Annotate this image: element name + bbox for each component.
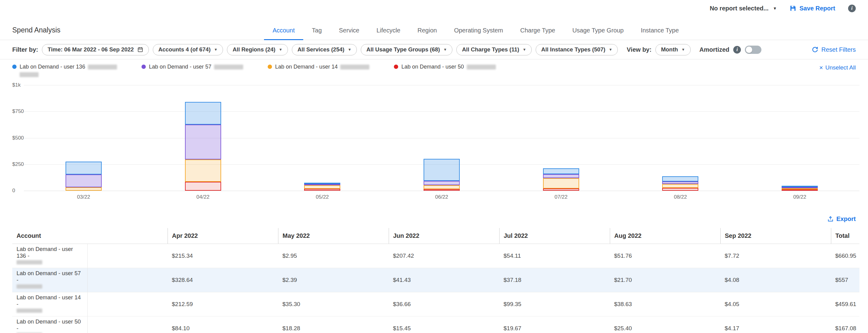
bar-segment-lab-on-demand-user-14[interactable] [424,185,460,189]
filter-pill-all-charge-types-11[interactable]: All Charge Types (11)▼ [456,44,532,56]
bar-segment-lab-on-demand-user-57[interactable] [66,174,102,187]
table-row[interactable]: Lab on Demand - user 50 -$84.10$18.28$15… [12,317,860,333]
amortized-toggle[interactable] [745,45,762,54]
filter-pill-all-regions-24[interactable]: All Regions (24)▼ [227,44,288,56]
y-axis-tick-label: $500 [12,135,24,141]
filter-pill-all-usage-type-groups-68[interactable]: All Usage Type Groups (68)▼ [361,44,453,56]
value-cell: $99.35 [499,292,610,317]
bar-group-04-22 [143,85,263,191]
chevron-down-icon: ▼ [773,6,777,11]
tab-lifecycle[interactable]: Lifecycle [368,22,409,40]
tab-charge-type[interactable]: Charge Type [512,22,564,40]
stacked-bar[interactable] [543,168,579,191]
value-cell: $215.34 [167,244,278,268]
legend-item-lab-on-demand-user-14[interactable]: Lab on Demand - user 14 [268,64,369,77]
stacked-bar[interactable] [662,176,698,191]
topbar: No report selected... ▼ Save Report i [0,0,868,16]
bar-segment-lab-on-demand-user-14[interactable] [66,187,102,191]
reset-filters-button[interactable]: Reset Filters [812,46,856,53]
account-cell: Lab on Demand - user 57 - [12,268,87,292]
bar-segment-lab-on-demand-user-14[interactable] [304,185,340,189]
legend-line: Lab on Demand - user 14 [275,64,369,70]
stacked-bar[interactable] [66,162,102,191]
bar-segment-lab-on-demand-user-50[interactable] [304,189,340,191]
close-icon: ✕ [819,65,823,71]
page-title: Spend Analysis [12,26,60,34]
filter-pill-accounts-4-of-674[interactable]: Accounts 4 (of 674)▼ [153,44,223,56]
filter-pill-time-06-mar-2022-06-sep-2022[interactable]: Time: 06 Mar 2022 - 06 Sep 2022 [42,44,149,56]
value-cell: $18.28 [278,317,389,333]
stacked-bar[interactable] [185,102,221,191]
tab-instance-type[interactable]: Instance Type [632,22,687,40]
bar-segment-lab-on-demand-user-136[interactable] [424,159,460,181]
chart-gridline [24,191,860,191]
tab-usage-type-group[interactable]: Usage Type Group [564,22,632,40]
account-cell: Lab on Demand - user 14 - [12,292,87,317]
col-header-aug-2022: Aug 2022 [610,228,720,244]
view-by-dropdown[interactable]: Month ▼ [655,44,690,56]
legend-line: Lab on Demand - user 136 [20,64,117,70]
bar-segment-lab-on-demand-user-136[interactable] [185,102,221,125]
table-row[interactable]: Lab on Demand - user 136 -$215.34$2.95$2… [12,244,860,268]
x-axis-tick-label: 06/22 [382,194,501,200]
stacked-bar[interactable] [304,183,340,191]
x-axis-tick-label: 08/22 [621,194,740,200]
tab-account[interactable]: Account [264,22,303,40]
legend-item-lab-on-demand-user-136[interactable]: Lab on Demand - user 136 [12,64,117,77]
value-cell: $84.10 [167,317,278,333]
value-cell: $4.17 [720,317,831,333]
bar-segment-lab-on-demand-user-57[interactable] [185,125,221,159]
bar-segment-lab-on-demand-user-57[interactable] [424,181,460,185]
tab-region[interactable]: Region [409,22,445,40]
tab-operating-system[interactable]: Operating System [445,22,512,40]
info-icon[interactable]: i [848,5,856,12]
bar-segment-lab-on-demand-user-57[interactable] [662,181,698,184]
value-cell: $54.11 [499,244,610,268]
value-cell: $36.66 [389,292,499,317]
x-axis-tick-label: 07/22 [501,194,621,200]
bar-segment-lab-on-demand-user-50[interactable] [782,190,818,191]
amortized-info-icon[interactable]: i [733,46,741,54]
redacted-text [20,72,39,77]
account-cell: Lab on Demand - user 50 - [12,317,87,333]
account-name: Lab on Demand - user 50 - [17,318,84,332]
export-button[interactable]: Export [827,215,856,223]
reset-filters-label: Reset Filters [822,46,856,53]
x-axis-tick-label: 03/22 [24,194,143,200]
report-selector-dropdown[interactable]: No report selected... ▼ [710,5,777,12]
bar-segment-lab-on-demand-user-136[interactable] [66,162,102,174]
legend-item-lab-on-demand-user-57[interactable]: Lab on Demand - user 57 [142,64,243,77]
filter-pills: Time: 06 Mar 2022 - 06 Sep 2022Accounts … [42,44,618,56]
tab-tag[interactable]: Tag [303,22,330,40]
unselect-all-button[interactable]: ✕ Unselect All [819,64,856,71]
stacked-bar[interactable] [424,159,460,191]
export-label: Export [836,215,856,223]
col-header-jun-2022: Jun 2022 [389,228,499,244]
account-name: Lab on Demand - user 57 - [17,270,84,284]
bar-segment-lab-on-demand-user-50[interactable] [424,189,460,191]
filter-pill-all-instance-types-507[interactable]: All Instance Types (507)▼ [536,44,618,56]
bar-segment-lab-on-demand-user-136[interactable] [662,176,698,182]
table-row[interactable]: Lab on Demand - user 57 -$328.64$2.39$41… [12,268,860,292]
bar-segment-lab-on-demand-user-50[interactable] [662,188,698,191]
table-row[interactable]: Lab on Demand - user 14 -$212.59$35.30$3… [12,292,860,317]
x-axis-tick-label: 05/22 [262,194,382,200]
filter-pill-all-services-254[interactable]: All Services (254)▼ [292,44,357,56]
save-report-button[interactable]: Save Report [789,5,835,12]
chart-legend: Lab on Demand - user 136Lab on Demand - … [0,59,868,78]
spacer-cell [87,244,167,268]
bar-segment-lab-on-demand-user-57[interactable] [543,174,579,178]
legend-item-lab-on-demand-user-50[interactable]: Lab on Demand - user 50 [394,64,496,77]
bar-segment-lab-on-demand-user-14[interactable] [185,160,221,182]
bar-segment-lab-on-demand-user-50[interactable] [543,189,579,191]
bar-segment-lab-on-demand-user-14[interactable] [543,178,579,189]
legend-line: Lab on Demand - user 50 [401,64,496,70]
stacked-bar[interactable] [782,186,818,191]
tab-service[interactable]: Service [331,22,368,40]
x-axis-tick-label: 09/22 [740,194,860,200]
value-cell: $557 [831,268,860,292]
value-cell: $19.67 [499,317,610,333]
bar-segment-lab-on-demand-user-50[interactable] [185,182,221,191]
bar-segment-lab-on-demand-user-14[interactable] [662,184,698,188]
bar-segment-lab-on-demand-user-136[interactable] [543,168,579,174]
